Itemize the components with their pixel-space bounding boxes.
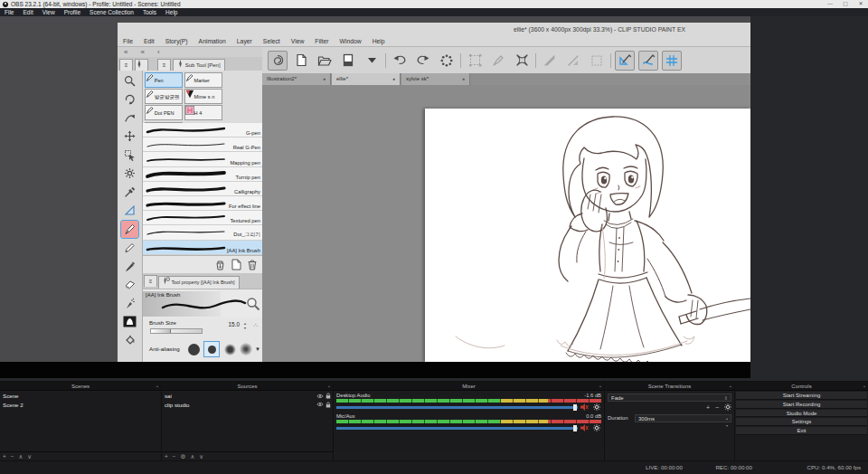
- brush-list-item[interactable]: Dot_그리기: [143, 225, 263, 240]
- new-subtool-icon[interactable]: [231, 259, 243, 271]
- source-item[interactable]: clip studio: [162, 401, 333, 410]
- pen-tool[interactable]: [121, 221, 138, 238]
- flick-tool[interactable]: [121, 109, 138, 127]
- source-item[interactable]: sai: [162, 392, 333, 401]
- menu-item-help[interactable]: Help: [161, 8, 182, 16]
- sources-pin-icon[interactable]: ▪: [328, 382, 330, 391]
- volume-slider[interactable]: [336, 427, 578, 431]
- eyedropper-tool[interactable]: [121, 184, 138, 201]
- eraser-tool[interactable]: [121, 276, 138, 293]
- snap-grid-icon[interactable]: [662, 51, 682, 71]
- subtool-mime-s-n[interactable]: Mime s n: [184, 89, 223, 104]
- scenes-pin-icon[interactable]: ▪: [156, 382, 158, 391]
- close-button[interactable]: ✕: [854, 0, 868, 8]
- line-ruler-icon[interactable]: [540, 51, 560, 71]
- drawing-canvas[interactable]: [425, 109, 750, 362]
- tab-close-icon[interactable]: ●: [392, 73, 395, 85]
- start-recording-button[interactable]: Start Recording: [736, 401, 867, 409]
- subtool-h-4[interactable]: H 4: [184, 105, 223, 120]
- tool-panel-tab-icon[interactable]: [135, 59, 148, 71]
- visibility-eye-icon[interactable]: [316, 402, 324, 407]
- operation-tool[interactable]: [121, 147, 138, 164]
- dock-toolbar-button[interactable]: −: [173, 452, 176, 460]
- tab-close-icon[interactable]: ●: [462, 73, 465, 85]
- brush-list-item[interactable]: For effect line: [143, 196, 263, 211]
- controls-pin-icon[interactable]: ▪: [863, 382, 865, 391]
- trash-icon[interactable]: [247, 259, 259, 271]
- volume-slider[interactable]: [336, 406, 578, 410]
- brush-size-value[interactable]: 15.0: [229, 321, 240, 327]
- palette-menu-icon[interactable]: ≡: [119, 59, 133, 71]
- start-streaming-button[interactable]: Start Streaming: [736, 392, 867, 400]
- volume-slider-handle[interactable]: [573, 425, 577, 431]
- tool-property-tab[interactable]: Tool property [[AA] Ink Brush]: [158, 276, 240, 289]
- transition-select[interactable]: Fade⇕: [608, 393, 731, 402]
- tool-property-menu-icon[interactable]: ≡: [144, 275, 157, 287]
- dock-toolbar-button[interactable]: +: [165, 452, 168, 460]
- mute-speaker-icon[interactable]: [580, 424, 589, 431]
- settings-button[interactable]: Settings: [736, 418, 867, 426]
- brush-tool[interactable]: [121, 258, 138, 275]
- airbrush-tool[interactable]: [121, 295, 138, 312]
- select-area-icon[interactable]: [587, 51, 607, 71]
- menu-item--[interactable]: «: [134, 48, 150, 56]
- add-transition-button[interactable]: +: [706, 404, 710, 411]
- mixer-pin-icon[interactable]: ▪: [599, 382, 601, 391]
- lock-icon[interactable]: [326, 402, 331, 408]
- menu-item-help[interactable]: Help: [367, 36, 391, 47]
- csp-logo-icon[interactable]: [268, 51, 288, 71]
- snap-ruler-icon[interactable]: [615, 51, 635, 71]
- duration-field[interactable]: 300ms ▴▾: [635, 414, 731, 422]
- open-folder-icon[interactable]: [315, 51, 335, 71]
- brush-list-item[interactable]: [AA] Ink Brush: [143, 241, 263, 255]
- channel-settings-gear-icon[interactable]: [593, 424, 600, 431]
- tab-close-icon[interactable]: ●: [323, 73, 326, 85]
- menu-item-window[interactable]: Window: [334, 36, 366, 47]
- transform-box-icon[interactable]: [465, 51, 485, 71]
- dock-toolbar-button[interactable]: +: [3, 452, 6, 460]
- new-page-icon[interactable]: [291, 51, 311, 71]
- dock-toolbar-button[interactable]: ⚙: [181, 452, 186, 460]
- menu-item-layer[interactable]: Layer: [231, 36, 258, 47]
- rotate-tool[interactable]: [121, 90, 138, 108]
- remove-transition-button[interactable]: −: [715, 404, 719, 411]
- menu-item-view[interactable]: View: [38, 8, 60, 16]
- subtool-pen[interactable]: Pen: [145, 72, 184, 88]
- brush-list-item[interactable]: Mapping pen: [143, 152, 263, 166]
- subtool-marker[interactable]: Marker: [184, 72, 223, 88]
- minimize-button[interactable]: —: [823, 0, 837, 8]
- obs-preview-area[interactable]: ellie* (3600 x 4000px 300dpi 33.3%) - CL…: [0, 16, 868, 381]
- menu-item--[interactable]: «: [118, 48, 134, 56]
- menu-item-profile[interactable]: Profile: [60, 8, 85, 16]
- visibility-eye-icon[interactable]: [316, 393, 324, 399]
- menu-item-file[interactable]: File: [0, 8, 18, 16]
- subtool-menu-icon[interactable]: ≡: [157, 59, 171, 71]
- magnifier-preview-icon[interactable]: [246, 297, 260, 311]
- brush-list-item[interactable]: Real G-Pen: [143, 137, 263, 152]
- object-tool[interactable]: [121, 165, 138, 182]
- dock-toolbar-button[interactable]: −: [11, 452, 14, 460]
- aa-none-option[interactable]: [186, 342, 201, 356]
- lock-icon[interactable]: [326, 393, 331, 399]
- size-options-icon[interactable]: ∴: [254, 324, 258, 327]
- duration-spinner[interactable]: ▴▾: [726, 415, 728, 430]
- dock-toolbar-button[interactable]: ∨: [27, 452, 32, 460]
- dock-toolbar-button[interactable]: ∨: [199, 452, 203, 460]
- scene-item[interactable]: Scene: [0, 392, 161, 401]
- dock-toolbar-button[interactable]: ∧: [190, 452, 194, 460]
- exit-button[interactable]: Exit: [736, 427, 867, 435]
- menu-item--[interactable]: ‹: [151, 48, 166, 56]
- volume-slider-handle[interactable]: [573, 404, 577, 411]
- screen-mode-icon[interactable]: [338, 51, 358, 71]
- fill-area-icon[interactable]: [563, 51, 583, 71]
- brush-list-item[interactable]: Turnip pen: [143, 167, 263, 182]
- size-spinner-down[interactable]: ▾: [244, 327, 246, 330]
- menu-item-file[interactable]: File: [118, 36, 138, 47]
- brush-list-item[interactable]: Textured pen: [143, 211, 263, 225]
- subtool-panel-tab[interactable]: Sub Tool [Pen]: [173, 59, 225, 71]
- import-brush-icon[interactable]: [214, 259, 227, 271]
- redo-icon[interactable]: [413, 51, 433, 71]
- aa-middle-option[interactable]: [222, 342, 237, 356]
- channel-settings-gear-icon[interactable]: [593, 403, 600, 411]
- menu-item-scene-collection[interactable]: Scene Collection: [85, 8, 138, 16]
